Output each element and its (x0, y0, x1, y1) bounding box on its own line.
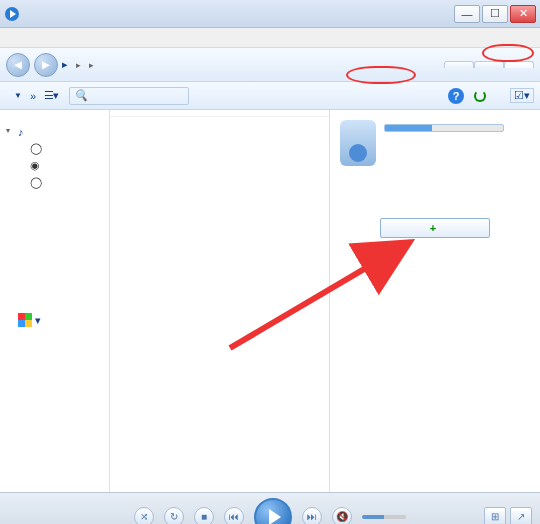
view-icon[interactable]: ☰ ▾ (44, 89, 57, 102)
breadcrumb[interactable]: ▸ ▸ ▸ (62, 58, 98, 71)
sidebar-pictures2[interactable] (4, 227, 105, 231)
device-block[interactable] (336, 116, 534, 170)
column-headers[interactable] (110, 110, 329, 117)
sidebar-music[interactable]: ▾♪ (4, 124, 105, 140)
sync-options-icon[interactable]: ☑▾ (510, 88, 534, 103)
next-button[interactable]: ⏭ (302, 507, 322, 525)
view-toggle-2[interactable]: ↗ (510, 507, 532, 525)
device-icon (340, 120, 376, 166)
prev-button[interactable]: ⏮ (224, 507, 244, 525)
sidebar-artist[interactable]: ◯ (4, 140, 105, 157)
back-button[interactable]: ◄ (6, 53, 30, 77)
album-list[interactable] (110, 110, 330, 492)
sidebar: ▸ ▾♪ ◯ ◉ ◯ ▾ ▾ (0, 110, 110, 492)
tab-sync[interactable] (504, 61, 534, 68)
stream-icon[interactable]: » (30, 90, 36, 102)
close-button[interactable]: ✕ (510, 5, 536, 23)
toolbar: ▼ » ☰ ▾ 🔍 ? ☑▾ (0, 82, 540, 110)
app-icon (4, 6, 20, 22)
minimize-button[interactable]: — (454, 5, 480, 23)
menubar (0, 28, 540, 48)
main-body: ▸ ▾♪ ◯ ◉ ◯ ▾ ▾ (0, 110, 540, 492)
add-to-sync-button[interactable]: + (380, 218, 490, 238)
stop-button[interactable]: ■ (194, 507, 214, 525)
play-button[interactable] (254, 498, 292, 525)
svg-rect-4 (25, 320, 32, 327)
sidebar-media-guide[interactable]: ▾ (4, 311, 105, 329)
player-bar: ⤨ ↻ ■ ⏮ ⏭ 🔇 ⊞ ↗ (0, 492, 540, 524)
shuffle-button[interactable]: ⤨ (134, 507, 154, 525)
forward-button[interactable]: ► (34, 53, 58, 77)
mute-button[interactable]: 🔇 (332, 507, 352, 525)
sidebar-genre[interactable]: ◯ (4, 174, 105, 191)
nav-row: ◄ ► ▸ ▸ ▸ (0, 48, 540, 82)
tab-play[interactable] (444, 61, 474, 68)
sidebar-other-libs[interactable] (4, 237, 105, 241)
maximize-button[interactable]: ☐ (482, 5, 508, 23)
sync-pane: + (330, 110, 540, 492)
start-sync-button[interactable] (474, 90, 490, 102)
storage-bar (384, 124, 504, 132)
svg-rect-3 (18, 320, 25, 327)
sidebar-album[interactable]: ◉ (4, 157, 105, 174)
volume-slider[interactable] (362, 515, 406, 519)
repeat-button[interactable]: ↻ (164, 507, 184, 525)
help-icon[interactable]: ? (448, 88, 464, 104)
search-input[interactable]: 🔍 (69, 87, 189, 105)
svg-rect-2 (25, 313, 32, 320)
tab-burn[interactable] (474, 61, 504, 68)
view-toggle-1[interactable]: ⊞ (484, 507, 506, 525)
titlebar: — ☐ ✕ (0, 0, 540, 28)
